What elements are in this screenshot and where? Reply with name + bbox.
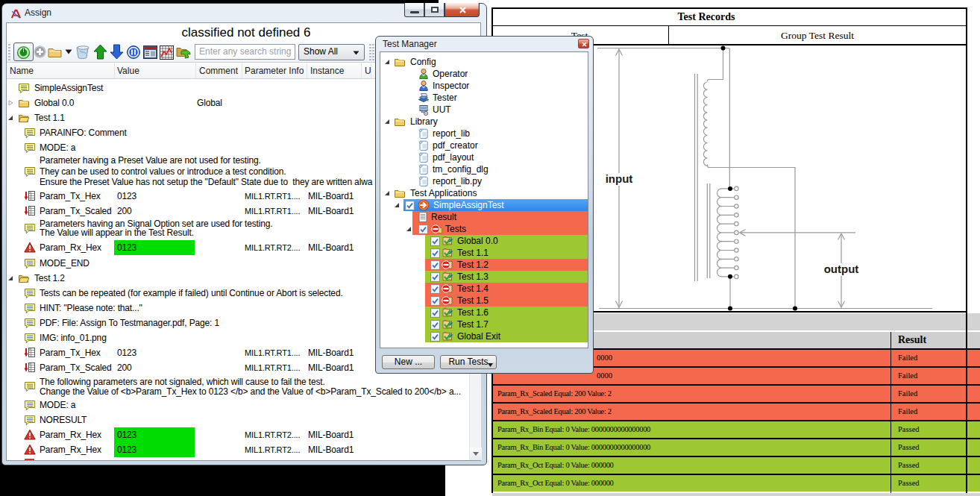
svg-text:input: input — [606, 172, 633, 185]
svg-text:output: output — [824, 263, 859, 275]
